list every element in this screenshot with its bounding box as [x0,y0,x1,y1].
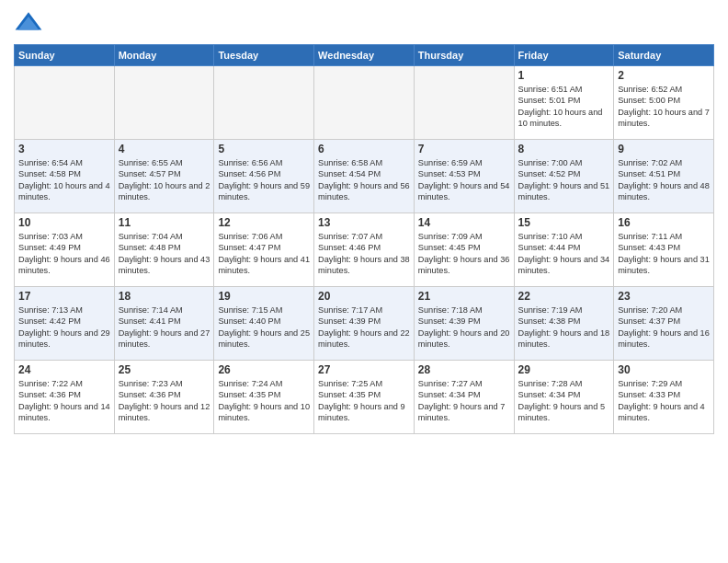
day-number: 22 [518,290,610,303]
calendar-cell: 8Sunrise: 7:00 AM Sunset: 4:52 PM Daylig… [514,140,614,213]
day-info: Sunrise: 7:22 AM Sunset: 4:36 PM Dayligh… [18,378,110,424]
calendar-cell [314,66,415,140]
day-number: 5 [218,143,310,155]
calendar-cell: 2Sunrise: 6:52 AM Sunset: 5:00 PM Daylig… [614,66,714,140]
column-header-wednesday: Wednesday [314,45,415,66]
calendar-cell: 15Sunrise: 7:10 AM Sunset: 4:44 PM Dayli… [514,213,614,287]
calendar-cell: 28Sunrise: 7:27 AM Sunset: 4:34 PM Dayli… [414,361,514,434]
day-number: 6 [318,143,410,155]
calendar-week-row: 17Sunrise: 7:13 AM Sunset: 4:42 PM Dayli… [15,287,714,361]
day-number: 15 [518,216,610,229]
calendar-cell [414,66,514,140]
logo-icon [14,9,43,39]
day-info: Sunrise: 7:00 AM Sunset: 4:52 PM Dayligh… [518,157,610,203]
calendar-week-row: 10Sunrise: 7:03 AM Sunset: 4:49 PM Dayli… [15,213,714,287]
column-header-thursday: Thursday [414,45,514,66]
day-info: Sunrise: 7:18 AM Sunset: 4:39 PM Dayligh… [418,304,510,350]
day-info: Sunrise: 7:03 AM Sunset: 4:49 PM Dayligh… [18,231,110,277]
column-header-monday: Monday [114,45,214,66]
day-number: 1 [518,69,610,82]
day-info: Sunrise: 7:17 AM Sunset: 4:39 PM Dayligh… [318,304,410,350]
day-number: 20 [318,290,410,303]
calendar-cell [114,66,214,140]
day-number: 23 [618,290,710,303]
day-info: Sunrise: 6:51 AM Sunset: 5:01 PM Dayligh… [518,84,610,130]
day-info: Sunrise: 7:23 AM Sunset: 4:36 PM Dayligh… [119,378,210,424]
day-number: 16 [618,216,710,229]
day-info: Sunrise: 7:15 AM Sunset: 4:40 PM Dayligh… [218,304,310,350]
day-info: Sunrise: 6:58 AM Sunset: 4:54 PM Dayligh… [318,157,410,203]
column-header-sunday: Sunday [15,45,115,66]
calendar-cell: 14Sunrise: 7:09 AM Sunset: 4:45 PM Dayli… [414,213,514,287]
calendar-week-row: 24Sunrise: 7:22 AM Sunset: 4:36 PM Dayli… [15,361,714,434]
day-number: 7 [418,143,510,155]
calendar-table: SundayMondayTuesdayWednesdayThursdayFrid… [14,44,714,434]
day-number: 9 [618,143,710,155]
day-number: 27 [318,363,410,376]
day-info: Sunrise: 6:56 AM Sunset: 4:56 PM Dayligh… [218,157,310,203]
day-number: 10 [18,216,110,229]
day-info: Sunrise: 7:25 AM Sunset: 4:35 PM Dayligh… [318,378,410,424]
day-info: Sunrise: 7:14 AM Sunset: 4:41 PM Dayligh… [119,304,210,350]
day-number: 18 [119,290,210,303]
calendar-cell: 19Sunrise: 7:15 AM Sunset: 4:40 PM Dayli… [214,287,314,361]
calendar-cell: 21Sunrise: 7:18 AM Sunset: 4:39 PM Dayli… [414,287,514,361]
calendar-cell: 4Sunrise: 6:55 AM Sunset: 4:57 PM Daylig… [114,140,214,213]
calendar-cell [214,66,314,140]
day-number: 28 [418,363,510,376]
day-info: Sunrise: 7:11 AM Sunset: 4:43 PM Dayligh… [618,231,710,277]
day-info: Sunrise: 7:29 AM Sunset: 4:33 PM Dayligh… [618,378,710,424]
header [14,9,714,39]
day-info: Sunrise: 7:20 AM Sunset: 4:37 PM Dayligh… [618,304,710,350]
calendar-cell: 18Sunrise: 7:14 AM Sunset: 4:41 PM Dayli… [114,287,214,361]
calendar-cell: 23Sunrise: 7:20 AM Sunset: 4:37 PM Dayli… [614,287,714,361]
calendar-cell [15,66,115,140]
day-info: Sunrise: 7:13 AM Sunset: 4:42 PM Dayligh… [18,304,110,350]
day-info: Sunrise: 7:09 AM Sunset: 4:45 PM Dayligh… [418,231,510,277]
day-number: 26 [218,363,310,376]
day-number: 12 [218,216,310,229]
calendar-cell: 1Sunrise: 6:51 AM Sunset: 5:01 PM Daylig… [514,66,614,140]
calendar-cell: 25Sunrise: 7:23 AM Sunset: 4:36 PM Dayli… [114,361,214,434]
day-info: Sunrise: 7:02 AM Sunset: 4:51 PM Dayligh… [618,157,710,203]
day-info: Sunrise: 7:04 AM Sunset: 4:48 PM Dayligh… [119,231,210,277]
calendar-week-row: 1Sunrise: 6:51 AM Sunset: 5:01 PM Daylig… [15,66,714,140]
day-number: 4 [119,143,210,155]
calendar-cell: 11Sunrise: 7:04 AM Sunset: 4:48 PM Dayli… [114,213,214,287]
day-info: Sunrise: 6:52 AM Sunset: 5:00 PM Dayligh… [618,84,710,130]
calendar-cell: 16Sunrise: 7:11 AM Sunset: 4:43 PM Dayli… [614,213,714,287]
day-number: 30 [618,363,710,376]
day-number: 19 [218,290,310,303]
calendar-cell: 12Sunrise: 7:06 AM Sunset: 4:47 PM Dayli… [214,213,314,287]
calendar-cell: 6Sunrise: 6:58 AM Sunset: 4:54 PM Daylig… [314,140,415,213]
column-header-saturday: Saturday [614,45,714,66]
calendar-cell: 5Sunrise: 6:56 AM Sunset: 4:56 PM Daylig… [214,140,314,213]
day-number: 29 [518,363,610,376]
logo [14,9,47,39]
day-number: 14 [418,216,510,229]
day-number: 25 [119,363,210,376]
day-info: Sunrise: 6:59 AM Sunset: 4:53 PM Dayligh… [418,157,510,203]
day-info: Sunrise: 7:06 AM Sunset: 4:47 PM Dayligh… [218,231,310,277]
column-header-tuesday: Tuesday [214,45,314,66]
day-info: Sunrise: 7:10 AM Sunset: 4:44 PM Dayligh… [518,231,610,277]
day-number: 13 [318,216,410,229]
calendar-cell: 29Sunrise: 7:28 AM Sunset: 4:34 PM Dayli… [514,361,614,434]
calendar-cell: 22Sunrise: 7:19 AM Sunset: 4:38 PM Dayli… [514,287,614,361]
calendar-cell: 3Sunrise: 6:54 AM Sunset: 4:58 PM Daylig… [15,140,115,213]
calendar-cell: 20Sunrise: 7:17 AM Sunset: 4:39 PM Dayli… [314,287,415,361]
page-container: SundayMondayTuesdayWednesdayThursdayFrid… [0,0,728,443]
calendar-cell: 24Sunrise: 7:22 AM Sunset: 4:36 PM Dayli… [15,361,115,434]
day-number: 17 [18,290,110,303]
calendar-cell: 17Sunrise: 7:13 AM Sunset: 4:42 PM Dayli… [15,287,115,361]
day-info: Sunrise: 7:07 AM Sunset: 4:46 PM Dayligh… [318,231,410,277]
day-number: 2 [618,69,710,82]
day-info: Sunrise: 6:54 AM Sunset: 4:58 PM Dayligh… [18,157,110,203]
calendar-cell: 10Sunrise: 7:03 AM Sunset: 4:49 PM Dayli… [15,213,115,287]
day-info: Sunrise: 7:27 AM Sunset: 4:34 PM Dayligh… [418,378,510,424]
day-info: Sunrise: 7:24 AM Sunset: 4:35 PM Dayligh… [218,378,310,424]
day-number: 3 [18,143,110,155]
calendar-week-row: 3Sunrise: 6:54 AM Sunset: 4:58 PM Daylig… [15,140,714,213]
calendar-cell: 26Sunrise: 7:24 AM Sunset: 4:35 PM Dayli… [214,361,314,434]
day-number: 11 [119,216,210,229]
